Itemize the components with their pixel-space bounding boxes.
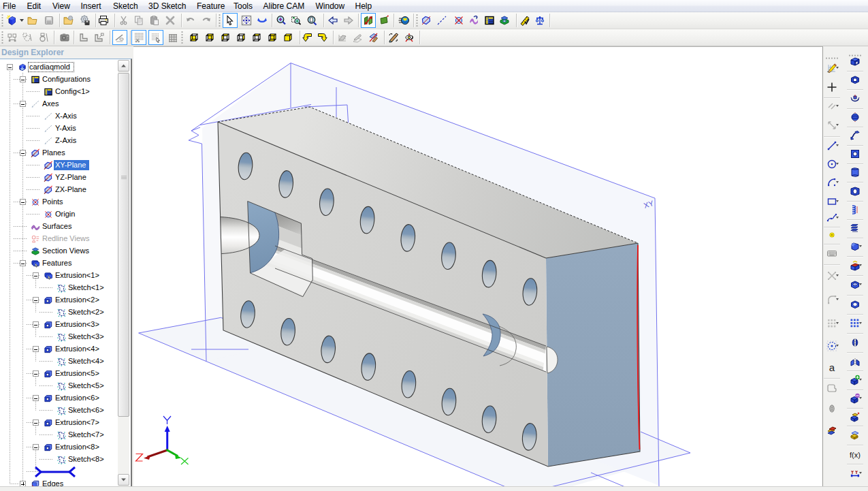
svg-text:a: a <box>829 362 835 373</box>
svg-text:f(x): f(x) <box>850 451 861 459</box>
